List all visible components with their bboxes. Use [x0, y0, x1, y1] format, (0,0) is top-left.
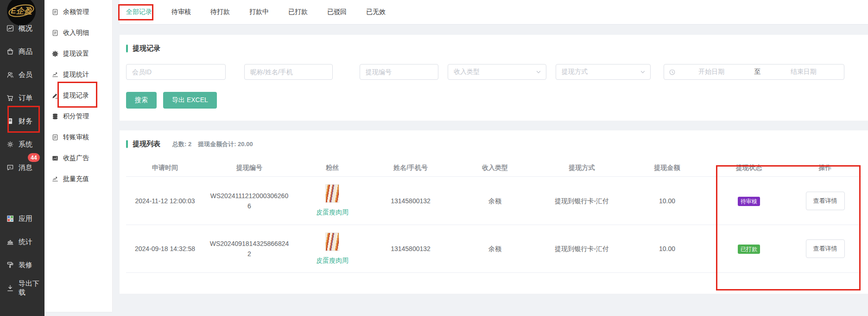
section-accent-bar [126, 140, 128, 148]
sidebar-item-label: 装修 [19, 261, 32, 270]
submenu-column: 余额管理 收入明细 提现设置 提现统计 提现记录 积分管理 [44, 0, 113, 316]
submenu-item-withdraw-stats[interactable]: 提现统计 [44, 64, 112, 85]
fan-name-link[interactable]: 皮蛋瘦肉周 [316, 207, 348, 217]
list-section-title: 提现列表 [133, 140, 160, 148]
finance-icon [6, 117, 14, 125]
col-header-status: 提现状态 [709, 162, 789, 173]
col-header-withdraw-no: 提现编号 [204, 162, 295, 173]
submenu-item-label: 余额管理 [63, 8, 89, 16]
chevron-down-icon [536, 69, 541, 75]
tab-paid[interactable]: 已打款 [287, 5, 309, 19]
main-area: 全部记录 待审核 待打款 打款中 已打款 已驳回 已无效 提现记录 收入类型 [113, 0, 868, 316]
cell-action: 查看详情 [789, 192, 862, 210]
withdraw-no-input[interactable] [360, 64, 438, 80]
status-badge: 待审核 [738, 197, 760, 206]
sidebar-item-label: 概况 [19, 24, 32, 33]
database-icon [51, 113, 59, 120]
submenu-item-withdraw-records[interactable]: 提现记录 [44, 85, 112, 106]
sidebar-item-export-download[interactable]: 导出下载 [0, 277, 44, 300]
submenu-item-label: 提现记录 [63, 91, 89, 100]
filter-section-title: 提现记录 [133, 44, 160, 53]
tab-invalid[interactable]: 已无效 [365, 5, 386, 19]
sidebar-item-messages[interactable]: 44 消息 [0, 156, 44, 179]
tab-all-records[interactable]: 全部记录 [125, 5, 153, 19]
sidebar-item-system[interactable]: 系统 [0, 133, 44, 156]
sidebar-item-finance[interactable]: 财务 [0, 110, 44, 133]
submenu-item-revenue-ads[interactable]: 收益广告 [44, 148, 112, 168]
submenu-item-points[interactable]: 积分管理 [44, 106, 112, 127]
sidebar-item-stats[interactable]: 统计 [0, 230, 44, 253]
tab-pending-review[interactable]: 待审核 [171, 5, 192, 19]
list-summary: 总数: 2 提现金额合计: 20.00 [172, 140, 253, 148]
sidebar-spacer [0, 179, 44, 207]
cell-withdraw-no: WS20241112120003062606 [204, 191, 295, 211]
tab-pending-payment[interactable]: 待打款 [209, 5, 231, 19]
view-detail-button[interactable]: 查看详情 [806, 192, 845, 210]
income-type-select[interactable]: 收入类型 [448, 64, 546, 80]
sidebar-item-label: 订单 [19, 94, 32, 103]
sidebar-item-decorate[interactable]: 装修 [0, 253, 44, 277]
nickname-input[interactable] [244, 64, 333, 80]
cell-fan: 皮蛋瘦肉周 [295, 184, 370, 217]
svg-text:E企盈: E企盈 [11, 6, 32, 15]
submenu-item-withdraw-settings[interactable]: 提现设置 [44, 43, 112, 64]
cell-amount: 10.00 [625, 196, 709, 206]
apps-grid-icon [6, 214, 14, 223]
sidebar-item-label: 消息 [19, 163, 32, 172]
overview-icon [6, 24, 14, 32]
submenu-item-balance[interactable]: 余额管理 [44, 1, 112, 22]
gear-icon [6, 140, 14, 148]
col-header-method: 提现方式 [539, 162, 625, 173]
sidebar-item-orders[interactable]: 订单 [0, 86, 44, 110]
app-window: E企盈 概况 商品 会员 订单 财务 系统 44 [0, 0, 868, 316]
submenu-item-label: 转账审核 [63, 133, 89, 142]
document-icon [51, 8, 59, 16]
sidebar-item-label: 商品 [19, 47, 32, 56]
amount-sum: 提现金额合计: 20.00 [198, 140, 253, 148]
member-id-input[interactable] [126, 64, 226, 80]
submenu-item-label: 提现设置 [63, 50, 89, 58]
clock-icon [669, 69, 676, 76]
col-header-fan: 粉丝 [295, 162, 370, 173]
search-button[interactable]: 搜索 [126, 92, 157, 109]
view-detail-button[interactable]: 查看详情 [806, 239, 845, 258]
sidebar-item-overview[interactable]: 概况 [0, 17, 44, 40]
sidebar-item-label: 应用 [19, 214, 32, 223]
withdraw-list-card: 提现列表 总数: 2 提现金额合计: 20.00 申请时间 提现编号 粉丝 姓名… [120, 130, 868, 294]
cell-income-type: 余额 [451, 196, 539, 206]
submenu-item-transfer-review[interactable]: 转账审核 [44, 127, 112, 148]
tab-rejected[interactable]: 已驳回 [326, 5, 348, 19]
end-date-placeholder: 结束日期 [768, 68, 840, 76]
export-excel-button[interactable]: 导出 EXCEL [163, 92, 217, 109]
cell-income-type: 余额 [451, 244, 539, 254]
withdraw-method-select[interactable]: 提现方式 [556, 64, 651, 80]
filter-section-head: 提现记录 [126, 44, 862, 53]
tab-paying[interactable]: 打款中 [248, 5, 270, 19]
total-count: 总数: 2 [172, 140, 191, 148]
table-header-row: 申请时间 提现编号 粉丝 姓名/手机号 收入类型 提现方式 提现金额 提现状态 … [126, 159, 862, 176]
submenu-item-income-detail[interactable]: 收入明细 [44, 22, 112, 43]
col-header-apply-time: 申请时间 [126, 162, 204, 173]
fan-name-link[interactable]: 皮蛋瘦肉周 [316, 255, 348, 265]
cell-status: 已打款 [709, 244, 789, 254]
filter-row: 收入类型 提现方式 开始日期 至 结束日期 [126, 64, 862, 80]
sidebar-item-apps[interactable]: 应用 [0, 207, 44, 230]
cell-method: 提现到银行卡-汇付 [539, 196, 625, 206]
date-range-picker[interactable]: 开始日期 至 结束日期 [664, 64, 844, 80]
submenu-item-bulk-recharge[interactable]: 批量充值 [44, 168, 112, 189]
pen-icon [51, 92, 59, 99]
fan-avatar[interactable] [325, 184, 339, 203]
cell-name-phone: 13145800132 [370, 196, 451, 206]
bar-chart-icon [6, 238, 14, 246]
col-header-amount: 提现金额 [625, 162, 709, 173]
sidebar-item-goods[interactable]: 商品 [0, 40, 44, 63]
fan-avatar[interactable] [325, 232, 339, 251]
cell-fan: 皮蛋瘦肉周 [295, 232, 370, 265]
brand-logo[interactable]: E企盈 [0, 0, 44, 17]
col-header-name-phone: 姓名/手机号 [370, 162, 451, 173]
document-icon [51, 134, 59, 141]
sidebar-item-members[interactable]: 会员 [0, 63, 44, 86]
withdraw-records-filter-card: 提现记录 收入类型 提现方式 开始日期 至 结束日期 [120, 35, 868, 121]
submenu-item-label: 批量充值 [63, 175, 89, 183]
line-chart-icon [51, 71, 59, 78]
